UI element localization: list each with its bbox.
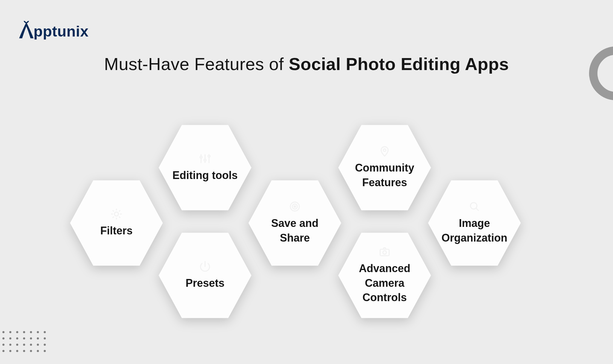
svg-point-18 [294, 206, 296, 207]
sun-icon [110, 208, 122, 220]
feature-label: Community Features [348, 161, 421, 190]
feature-hex-community: Community Features [338, 121, 431, 214]
svg-line-23 [476, 208, 478, 211]
search-icon [468, 201, 480, 213]
svg-point-12 [204, 159, 206, 161]
svg-point-0 [114, 212, 118, 216]
pin-icon [379, 145, 391, 157]
svg-line-6 [119, 217, 120, 217]
feature-label: Editing tools [172, 168, 238, 183]
svg-line-7 [113, 217, 113, 217]
feature-label: Filters [100, 224, 133, 238]
feature-label: Advanced Camera Controls [348, 261, 421, 305]
svg-point-19 [383, 149, 386, 151]
feature-hex-save-share: Save and Share [248, 177, 341, 269]
svg-point-10 [200, 156, 202, 158]
feature-label: Presets [186, 276, 224, 291]
feature-label: Save and Share [259, 216, 331, 245]
feature-hex-advanced-camera: Advanced Camera Controls [338, 229, 431, 322]
feature-hex-grid: Filters Editing tools Presets [0, 0, 613, 364]
camera-icon [379, 246, 391, 258]
svg-line-8 [119, 210, 120, 211]
feature-hex-image-organization: Image Organization [428, 177, 521, 269]
feature-label: Image Organization [438, 216, 511, 245]
feature-hex-presets: Presets [159, 229, 251, 322]
power-icon [199, 260, 211, 272]
svg-rect-20 [380, 249, 389, 256]
sliders-icon [199, 153, 211, 165]
feature-hex-filters: Filters [70, 177, 163, 269]
svg-point-21 [383, 251, 386, 254]
feature-hex-editing-tools: Editing tools [159, 121, 251, 214]
target-icon [289, 201, 301, 213]
svg-line-5 [113, 210, 113, 211]
svg-point-14 [208, 155, 210, 157]
